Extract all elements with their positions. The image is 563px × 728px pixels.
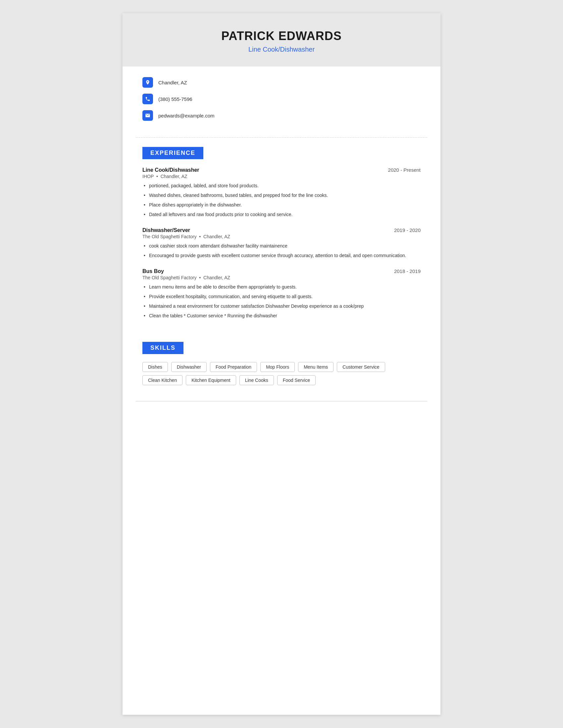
job-title-2: Dishwasher/Server [142, 227, 190, 233]
phone-text: (380) 555-7596 [158, 96, 192, 102]
job-dates-3: 2018 - 2019 [394, 268, 421, 274]
bullet-3-0: Learn menu items and be able to describe… [142, 284, 421, 291]
skill-tag-7: Kitchen Equipment [186, 375, 236, 385]
bullet-2-1: Encouraged to provide guests with excell… [142, 252, 421, 259]
skill-tag-4: Menu Items [298, 362, 334, 372]
bullet-1-0: portioned, packaged, labled, and store f… [142, 182, 421, 189]
bullet-3-2: Maintained a neat environment for custom… [142, 303, 421, 310]
job-title-1: Line Cook/Dishwasher [142, 167, 199, 173]
skill-tag-5: Customer Service [337, 362, 385, 372]
email-text: pedwards@example.com [158, 113, 214, 118]
experience-section: EXPERIENCE Line Cook/Dishwasher 2020 - P… [122, 138, 441, 335]
skill-tag-2: Food Preparation [210, 362, 257, 372]
bullet-2-0: cook cashier stock room attendant dishwa… [142, 243, 421, 250]
job-company-3: The Old Spaghetti Factory • Chandler, AZ [142, 275, 421, 280]
job-bullets-2: cook cashier stock room attendant dishwa… [142, 243, 421, 259]
experience-heading: EXPERIENCE [142, 147, 203, 159]
bullet-3-3: Clean the tables * Customer service * Ru… [142, 312, 421, 319]
skill-tag-6: Clean Kitchen [142, 375, 182, 385]
job-company-1: IHOP • Chandler, AZ [142, 174, 421, 179]
bullet-3-1: Provide excellent hospitality, communica… [142, 293, 421, 300]
job-header-2: Dishwasher/Server 2019 - 2020 [142, 227, 421, 233]
job-header-3: Bus Boy 2018 - 2019 [142, 268, 421, 274]
job-title-3: Bus Boy [142, 268, 164, 274]
job-header-1: Line Cook/Dishwasher 2020 - Present [142, 167, 421, 173]
job-dates-2: 2019 - 2020 [394, 227, 421, 233]
resume-header: PATRICK EDWARDS Line Cook/Dishwasher [122, 13, 441, 67]
job-bullets-3: Learn menu items and be able to describe… [142, 284, 421, 319]
skill-tag-0: Dishes [142, 362, 168, 372]
skill-tag-1: Dishwasher [171, 362, 207, 372]
candidate-name: PATRICK EDWARDS [136, 29, 427, 43]
job-company-2: The Old Spaghetti Factory • Chandler, AZ [142, 234, 421, 239]
contact-phone: (380) 555-7596 [142, 94, 421, 104]
job-bullets-1: portioned, packaged, labled, and store f… [142, 182, 421, 218]
bottom-divider [136, 401, 427, 401]
job-entry-2: Dishwasher/Server 2019 - 2020 The Old Sp… [142, 227, 421, 259]
skill-tag-8: Line Cooks [239, 375, 274, 385]
location-text: Chandler, AZ [158, 80, 187, 85]
bullet-1-3: Dated all leftovers and raw food product… [142, 211, 421, 218]
job-dates-1: 2020 - Present [388, 167, 421, 173]
skill-tag-3: Mop Floors [260, 362, 295, 372]
job-entry-1: Line Cook/Dishwasher 2020 - Present IHOP… [142, 167, 421, 218]
resume-container: PATRICK EDWARDS Line Cook/Dishwasher Cha… [122, 13, 441, 715]
candidate-title: Line Cook/Dishwasher [136, 46, 427, 53]
contact-section: Chandler, AZ (380) 555-7596 pedwards@exa… [122, 67, 441, 135]
job-entry-3: Bus Boy 2018 - 2019 The Old Spaghetti Fa… [142, 268, 421, 319]
contact-email: pedwards@example.com [142, 110, 421, 121]
bullet-1-2: Place dishes appropriately in the dishwa… [142, 202, 421, 208]
skills-section: SKILLS Dishes Dishwasher Food Preparatio… [122, 335, 441, 396]
skills-container: Dishes Dishwasher Food Preparation Mop F… [142, 362, 421, 385]
bullet-1-1: Washed dishes, cleaned bathrooms, bused … [142, 192, 421, 199]
location-icon [142, 77, 153, 88]
email-icon [142, 110, 153, 121]
contact-location: Chandler, AZ [142, 77, 421, 88]
skills-heading: SKILLS [142, 342, 183, 354]
phone-icon [142, 94, 153, 104]
skill-tag-9: Food Service [277, 375, 316, 385]
